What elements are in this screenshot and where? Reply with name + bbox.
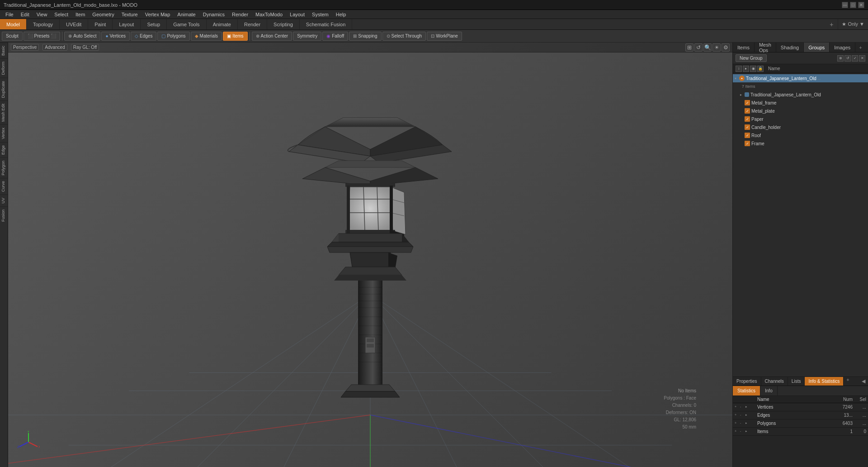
group-item-root[interactable]: ▾ ● Traditional_Japanese_Lantern_Old ...	[733, 74, 868, 82]
edges-button[interactable]: ◇ Edges	[131, 32, 156, 41]
brp-tab-properties[interactable]: Properties	[733, 377, 761, 386]
menu-render[interactable]: Render	[228, 11, 252, 18]
presets-button[interactable]: ⬛ Presets ⬛	[24, 32, 60, 41]
stats-row-items[interactable]: + - ▸ Items 1 0	[733, 428, 868, 436]
group-eye-icon[interactable]: ◉	[750, 66, 756, 72]
item-check-paper[interactable]: ✓	[745, 116, 750, 122]
brp-tab-add[interactable]: +	[844, 377, 852, 386]
viewport-canvas[interactable]: X Y Z No Items Polygons : Face Channels:…	[8, 52, 732, 467]
item-check-candleholder[interactable]: ✓	[745, 124, 750, 130]
stats-row-edges[interactable]: + - ▸ Edges 13... ...	[733, 411, 868, 419]
close-button[interactable]: ✕	[858, 2, 864, 8]
brp-tab-infostats[interactable]: Info & Statistics	[805, 377, 844, 386]
action-center-button[interactable]: ⊕ Action Center	[252, 32, 292, 41]
viewport-light-icon[interactable]: ☀	[712, 43, 721, 52]
menu-select[interactable]: Select	[51, 11, 72, 18]
sculpt-button[interactable]: Sculpt	[2, 32, 23, 41]
sidebar-tab-meshedit[interactable]: Mesh Edit	[0, 100, 8, 124]
rp-tab-shading[interactable]: Shading	[776, 43, 804, 52]
stat-tab-info[interactable]: Info	[760, 386, 778, 396]
stats-minus-items[interactable]: -	[740, 429, 745, 434]
new-group-button[interactable]: New Group	[736, 54, 767, 62]
viewport-search-icon[interactable]: 🔍	[703, 43, 712, 52]
stats-expand-vertices[interactable]: ▸	[745, 405, 750, 410]
groups-icon-4[interactable]: ✕	[859, 55, 865, 62]
layout-selector[interactable]: ★ Only ▼	[838, 19, 868, 29]
stats-expand-edges[interactable]: ▸	[745, 413, 750, 418]
group-lock-icon[interactable]: 🔒	[757, 66, 764, 72]
auto-select-button[interactable]: ⊕ Auto Select	[64, 32, 100, 41]
falloff-button[interactable]: ◉ Falloff	[322, 32, 348, 41]
menu-item[interactable]: Item	[72, 11, 89, 18]
stats-plus-polygons[interactable]: +	[735, 421, 739, 426]
menu-help[interactable]: Help	[332, 11, 350, 18]
item-check-metalplate[interactable]: ✓	[745, 108, 750, 114]
items-button[interactable]: ▣ Items	[223, 32, 247, 41]
groups-icon-1[interactable]: ⊕	[837, 55, 844, 62]
stat-tab-statistics[interactable]: Statistics	[733, 386, 760, 396]
snapping-button[interactable]: ⊞ Snapping	[349, 32, 381, 41]
groups-tree[interactable]: ▾ ● Traditional_Japanese_Lantern_Old ...…	[733, 73, 868, 376]
menu-dynamics[interactable]: Dynamics	[199, 11, 228, 18]
viewport-raygl-btn[interactable]: Ray GL: Off	[71, 44, 99, 51]
viewport-refresh-icon[interactable]: ↺	[694, 43, 703, 52]
sidebar-tab-curve[interactable]: Curve	[0, 178, 8, 195]
menu-system[interactable]: System	[308, 11, 332, 18]
stats-minus-edges[interactable]: -	[740, 413, 745, 418]
menu-geometry[interactable]: Geometry	[89, 11, 118, 18]
sidebar-tab-fusion[interactable]: Fusion	[0, 206, 8, 224]
brp-tab-lists[interactable]: Lists	[788, 377, 805, 386]
viewport[interactable]: Perspective Advanced Ray GL: Off ⊞ ↺ 🔍 ☀…	[8, 43, 732, 467]
sidebar-tab-uv[interactable]: UV	[0, 195, 8, 206]
item-check-metalframe[interactable]: ✓	[745, 100, 750, 105]
tab-schematic[interactable]: Schematic Fusion	[300, 19, 352, 29]
sidebar-tab-basic[interactable]: Basic	[0, 43, 8, 58]
viewport-settings-icon[interactable]: ⚙	[722, 43, 730, 52]
rp-tab-groups[interactable]: Groups	[804, 43, 830, 52]
polygons-button[interactable]: ▢ Polygons	[157, 32, 189, 41]
rp-tab-add[interactable]: +	[855, 43, 865, 52]
rp-collapse-btn[interactable]: ◀	[866, 43, 868, 52]
stats-expand-polygons[interactable]: ▸	[745, 421, 750, 426]
expand-arrow-root[interactable]: ▾	[735, 76, 739, 81]
vertices-button[interactable]: ● Vertices	[101, 32, 130, 41]
item-check-roof[interactable]: ✓	[745, 133, 750, 138]
maximize-button[interactable]: □	[850, 2, 856, 8]
stats-row-vertices[interactable]: + - ▸ Vertices 7246 ...	[733, 403, 868, 411]
workplane-button[interactable]: ⊡ WorkPlane	[427, 32, 462, 41]
viewport-advanced-btn[interactable]: Advanced	[42, 44, 67, 51]
expand-arrow-lantern[interactable]: ▸	[740, 93, 745, 97]
minimize-button[interactable]: —	[842, 2, 848, 8]
stats-minus-polygons[interactable]: -	[740, 421, 745, 426]
viewport-grid-icon[interactable]: ⊞	[685, 43, 693, 52]
list-item-paper[interactable]: ✓ Paper	[733, 115, 868, 123]
tab-setup[interactable]: Setup	[141, 19, 167, 29]
tab-topology[interactable]: Topology	[27, 19, 60, 29]
tab-gametools[interactable]: Game Tools	[167, 19, 207, 29]
sidebar-tab-duplicate[interactable]: Duplicate	[0, 78, 8, 101]
list-item-candleholder[interactable]: ✓ Candle_holder	[733, 123, 868, 131]
tab-layout[interactable]: Layout	[113, 19, 141, 29]
list-item-roof[interactable]: ✓ Roof	[733, 131, 868, 139]
tab-scripting[interactable]: Scripting	[267, 19, 300, 29]
menu-view[interactable]: View	[33, 11, 51, 18]
menu-texture[interactable]: Texture	[118, 11, 142, 18]
list-item-metalframe[interactable]: ✓ Metal_frame	[733, 99, 868, 107]
stats-plus-edges[interactable]: +	[735, 413, 739, 418]
group-sort-icon[interactable]: ↕	[736, 66, 742, 72]
menu-vertexmap[interactable]: Vertex Map	[142, 11, 174, 18]
sidebar-tab-edge[interactable]: Edge	[0, 142, 8, 157]
stats-plus-items[interactable]: +	[735, 429, 739, 434]
list-item-frame[interactable]: ✓ Frame	[733, 139, 868, 148]
stats-minus-vertices[interactable]: -	[740, 405, 745, 410]
list-item-lantern[interactable]: ▸ Traditional_Japanese_Lantern_Old	[733, 91, 868, 99]
brp-collapse-btn[interactable]: ◀	[859, 377, 868, 386]
viewport-perspective-btn[interactable]: Perspective	[11, 44, 39, 51]
stats-expand-items[interactable]: ▸	[745, 429, 750, 434]
rp-tab-images[interactable]: Images	[830, 43, 855, 52]
groups-icon-2[interactable]: ↺	[844, 55, 851, 62]
sidebar-tab-deform[interactable]: Deform	[0, 58, 8, 78]
tab-paint[interactable]: Paint	[88, 19, 113, 29]
menu-file[interactable]: File	[2, 11, 17, 18]
symmetry-button[interactable]: Symmetry	[293, 32, 321, 41]
